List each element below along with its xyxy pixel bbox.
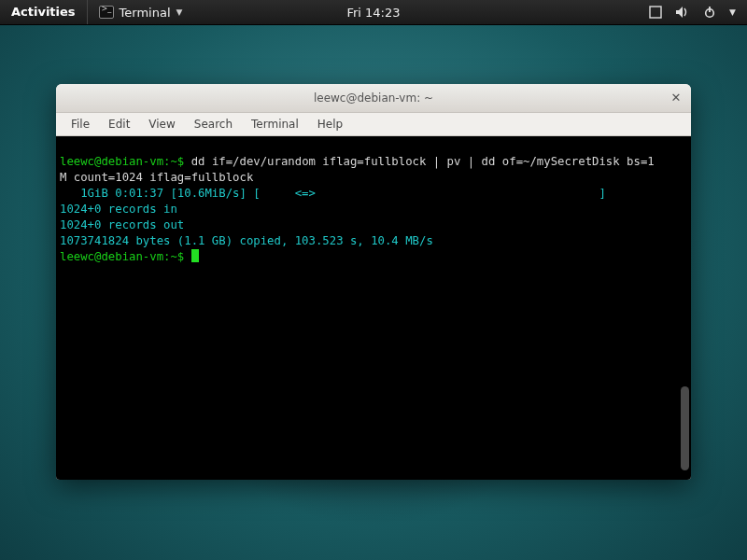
- menu-edit[interactable]: Edit: [99, 113, 139, 135]
- menu-search[interactable]: Search: [185, 113, 242, 135]
- cursor: [191, 249, 199, 262]
- close-icon: ✕: [671, 91, 682, 105]
- gnome-top-bar: Activities Terminal ▼ Fri 14:23 ▼: [0, 0, 747, 25]
- volume-icon[interactable]: [675, 6, 690, 19]
- chevron-down-icon[interactable]: ▼: [729, 7, 736, 17]
- command-text: M count=1024 iflag=fullblock: [60, 171, 253, 184]
- output-line: 1073741824 bytes (1.1 GB) copied, 103.52…: [60, 234, 433, 247]
- menu-terminal[interactable]: Terminal: [242, 113, 308, 135]
- scrollbar[interactable]: [681, 146, 689, 470]
- topbar-right: ▼: [649, 6, 747, 19]
- terminal-window: leewc@debian-vm: ~ ✕ File Edit View Sear…: [56, 84, 691, 480]
- separator: [87, 0, 88, 24]
- scrollbar-thumb[interactable]: [681, 386, 689, 470]
- close-button[interactable]: ✕: [669, 90, 684, 105]
- svg-marker-1: [676, 7, 683, 18]
- prompt: leewc@debian-vm:~$: [60, 155, 184, 168]
- terminal-icon: [99, 6, 114, 19]
- menu-file[interactable]: File: [62, 113, 99, 135]
- topbar-left: Activities Terminal ▼: [0, 0, 191, 24]
- svg-rect-0: [650, 7, 661, 18]
- menu-view[interactable]: View: [139, 113, 184, 135]
- command-text: dd if=/dev/urandom iflag=fullblock | pv …: [191, 155, 655, 168]
- window-title: leewc@debian-vm: ~: [314, 91, 433, 105]
- a11y-icon[interactable]: [649, 6, 662, 19]
- terminal-viewport[interactable]: leewc@debian-vm:~$ dd if=/dev/urandom if…: [56, 136, 691, 480]
- activities-button[interactable]: Activities: [0, 0, 87, 24]
- app-menu-label: Terminal: [120, 6, 171, 20]
- menu-bar: File Edit View Search Terminal Help: [56, 113, 691, 136]
- titlebar[interactable]: leewc@debian-vm: ~ ✕: [56, 84, 691, 113]
- app-menu[interactable]: Terminal ▼: [90, 6, 192, 20]
- clock[interactable]: Fri 14:23: [346, 6, 400, 20]
- chevron-down-icon: ▼: [176, 7, 183, 17]
- power-icon[interactable]: [703, 6, 716, 19]
- menu-help[interactable]: Help: [308, 113, 352, 135]
- prompt: leewc@debian-vm:~$: [60, 250, 184, 263]
- output-line: 1024+0 records out: [60, 218, 184, 231]
- output-line: 1024+0 records in: [60, 203, 177, 216]
- output-line: 1GiB 0:01:37 [10.6MiB/s] [ <=> ]: [60, 187, 606, 200]
